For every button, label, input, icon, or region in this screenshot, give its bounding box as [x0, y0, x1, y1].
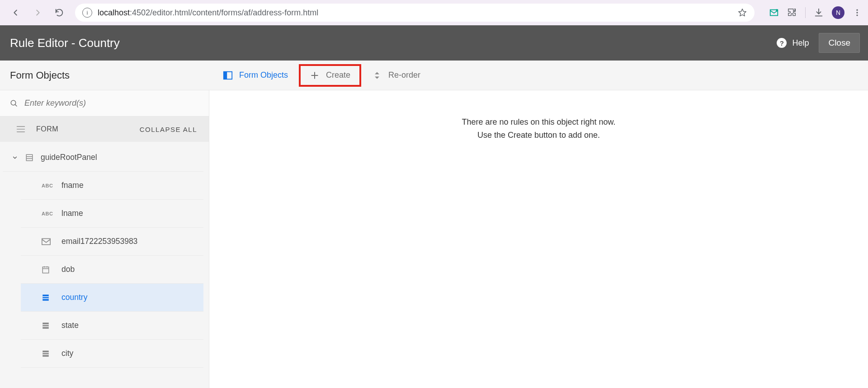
- divider: [805, 7, 806, 18]
- chevron-down-icon: [12, 154, 18, 161]
- arrow-right-icon: [33, 8, 42, 18]
- sidebar-heading: Form Objects: [0, 70, 209, 81]
- svg-rect-11: [42, 295, 49, 301]
- dropdown-icon: [42, 322, 52, 330]
- reorder-icon: [372, 70, 382, 80]
- dropdown-icon: [42, 350, 52, 358]
- profile-avatar[interactable]: N: [832, 6, 844, 19]
- back-button[interactable]: [8, 5, 24, 20]
- tree-item-label: state: [61, 321, 79, 330]
- app-header: Rule Editor - Country ? Help Close: [0, 25, 868, 61]
- help-button[interactable]: ? Help: [777, 38, 809, 48]
- svg-rect-10: [42, 267, 49, 273]
- text-field-icon: ABC: [42, 183, 52, 188]
- form-bar: FORM COLLAPSE ALL: [0, 117, 209, 142]
- svg-point-2: [856, 9, 858, 11]
- kebab-icon: [853, 8, 862, 18]
- svg-rect-8: [26, 154, 33, 161]
- svg-rect-9: [42, 238, 50, 244]
- sub-toolbar: Form Objects Form Objects Create Re-orde…: [0, 61, 868, 90]
- search-icon: [10, 99, 18, 108]
- tree-children: ABCfnameABClnameemail1722253953983dobcou…: [0, 172, 209, 368]
- tree-item-label: email1722253953983: [61, 237, 137, 246]
- tree-item-dob[interactable]: dob: [21, 256, 203, 284]
- tree-item-label: city: [61, 349, 73, 358]
- text-field-icon: ABC: [42, 211, 52, 216]
- tree-item-label: fname: [61, 181, 84, 190]
- tree-item-label: dob: [61, 265, 75, 274]
- reload-button[interactable]: [52, 5, 67, 20]
- arrow-left-icon: [11, 8, 21, 18]
- list-icon: [16, 126, 26, 133]
- puzzle-icon: [787, 8, 797, 18]
- forward-button[interactable]: [30, 5, 45, 20]
- svg-point-1: [776, 9, 778, 11]
- empty-state-line2: Use the Create button to add one.: [209, 129, 868, 142]
- svg-rect-13: [42, 351, 49, 357]
- tab-form-objects[interactable]: Form Objects: [212, 65, 299, 86]
- star-icon: [737, 8, 747, 18]
- sidebar: FORM COLLAPSE ALL guideRootPanel ABCfnam…: [0, 90, 209, 388]
- sidebar-search[interactable]: [0, 90, 209, 117]
- tab-label: Form Objects: [239, 70, 288, 80]
- avatar-initial: N: [836, 9, 840, 16]
- mail-extension-icon[interactable]: [769, 8, 779, 18]
- help-label: Help: [792, 38, 809, 48]
- toolbar: Form Objects Create Re-order: [209, 64, 431, 87]
- download-icon: [814, 8, 824, 18]
- url-text: localhost:4502/editor.html/content/forms…: [98, 8, 732, 18]
- browser-chrome: i localhost:4502/editor.html/content/for…: [0, 0, 868, 25]
- search-input[interactable]: [24, 98, 199, 108]
- kebab-menu-button[interactable]: [853, 8, 862, 18]
- svg-point-4: [856, 14, 858, 16]
- tree-item-email1722253953983[interactable]: email1722253953983: [21, 228, 203, 256]
- site-info-icon[interactable]: i: [82, 8, 92, 18]
- tree-item-label: lname: [61, 209, 83, 218]
- tree-root-label: guideRootPanel: [41, 153, 97, 162]
- create-button[interactable]: Create: [299, 64, 361, 87]
- tree-item-country[interactable]: country: [21, 284, 203, 312]
- form-tree: guideRootPanel ABCfnameABClnameemail1722…: [0, 142, 209, 368]
- page-title: Rule Editor - Country: [10, 36, 777, 50]
- close-button[interactable]: Close: [819, 33, 860, 53]
- form-label: FORM: [36, 125, 140, 133]
- email-icon: [42, 238, 52, 245]
- reload-icon: [54, 8, 64, 18]
- rules-content: There are no rules on this object right …: [209, 90, 868, 388]
- date-icon: [42, 266, 52, 274]
- tree-item-lname[interactable]: ABClname: [21, 200, 203, 228]
- downloads-button[interactable]: [814, 8, 824, 18]
- main-area: FORM COLLAPSE ALL guideRootPanel ABCfnam…: [0, 90, 868, 388]
- svg-point-3: [856, 12, 858, 13]
- panel-icon: [223, 70, 233, 80]
- svg-rect-12: [42, 323, 49, 329]
- browser-right-icons: N: [763, 6, 862, 19]
- tree-item-state[interactable]: state: [21, 312, 203, 340]
- collapse-all-button[interactable]: COLLAPSE ALL: [140, 126, 197, 133]
- svg-rect-6: [224, 71, 227, 79]
- tree-item-fname[interactable]: ABCfname: [21, 172, 203, 200]
- help-icon: ?: [777, 38, 787, 48]
- tree-item-label: country: [61, 293, 87, 302]
- bookmark-button[interactable]: [737, 8, 747, 18]
- tree-root-node[interactable]: guideRootPanel: [3, 144, 203, 172]
- url-bar[interactable]: i localhost:4502/editor.html/content/for…: [75, 4, 755, 22]
- dropdown-icon: [42, 294, 52, 302]
- create-label: Create: [326, 70, 350, 80]
- tree-item-city[interactable]: city: [21, 340, 203, 368]
- reorder-label: Re-order: [388, 70, 420, 80]
- plus-icon: [310, 70, 320, 80]
- empty-state-line1: There are no rules on this object right …: [209, 116, 868, 129]
- reorder-button[interactable]: Re-order: [361, 65, 431, 86]
- panel-icon: [25, 154, 33, 162]
- extensions-button[interactable]: [787, 8, 797, 18]
